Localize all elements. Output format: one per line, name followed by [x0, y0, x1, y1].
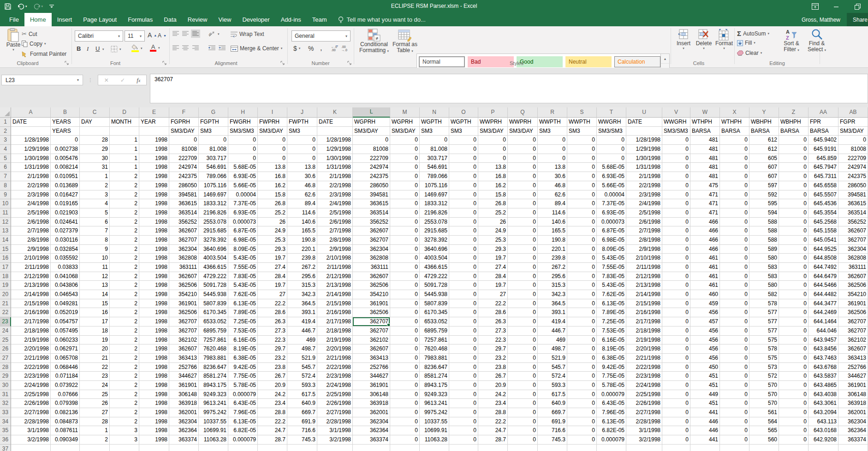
row-header-15[interactable]: 15: [0, 245, 11, 254]
cell-I36[interactable]: 28.7: [258, 435, 287, 445]
cell-F11[interactable]: 363514: [169, 208, 199, 218]
cell-X14[interactable]: 0: [720, 236, 749, 245]
cell-K6[interactable]: 1/31/1998: [317, 163, 353, 172]
cell-I37[interactable]: [258, 445, 287, 451]
cell-N16[interactable]: 4003.504: [420, 254, 449, 263]
cell-L5[interactable]: 222709: [353, 154, 390, 163]
cell-J1[interactable]: FWPTH: [287, 118, 317, 127]
cell-I20[interactable]: 27: [258, 290, 287, 299]
cell-B13[interactable]: 0.027379: [51, 226, 80, 236]
row-header-33[interactable]: 33: [0, 408, 11, 417]
cell-Z11[interactable]: 0: [779, 208, 809, 218]
cell-F27[interactable]: 363413: [169, 354, 199, 363]
row-header-4[interactable]: 4: [0, 145, 11, 154]
cell-D17[interactable]: 2: [110, 263, 139, 272]
align-center-button[interactable]: [182, 45, 189, 51]
cell-A6[interactable]: 1/31/1998: [11, 163, 51, 172]
column-header-AB[interactable]: AB: [838, 107, 868, 118]
cell-I8[interactable]: 16.2: [258, 181, 287, 190]
column-header-U[interactable]: U: [626, 107, 662, 118]
cell-U11[interactable]: 2/5/1998: [626, 208, 662, 218]
cell-U35[interactable]: 3/1/1998: [626, 426, 662, 435]
cell-O14[interactable]: 0: [449, 236, 478, 245]
cell-K22[interactable]: 2/16/1998: [317, 308, 353, 317]
cell-Q8[interactable]: 0: [508, 181, 538, 190]
cell-F6[interactable]: 242974: [169, 163, 199, 172]
cell-C24[interactable]: 18: [80, 326, 110, 336]
cell-L26[interactable]: 362607: [353, 344, 390, 354]
tell-me-box[interactable]: Tell me what you want to do...: [333, 13, 431, 26]
cell-style-calculation[interactable]: Calculation: [614, 56, 660, 67]
cell-J5[interactable]: 0: [287, 154, 317, 163]
row-header-2[interactable]: 2: [0, 127, 11, 136]
cell-L25[interactable]: 362102: [353, 336, 390, 345]
cell-M5[interactable]: 0: [390, 154, 420, 163]
cell-AA10[interactable]: 645.4536: [809, 199, 838, 208]
cell-O3[interactable]: 0: [449, 136, 478, 145]
cell-S5[interactable]: 0: [567, 154, 597, 163]
cell-G31[interactable]: 9249.323: [199, 390, 228, 399]
cell-Y24[interactable]: 577: [749, 326, 779, 336]
number-format-combo[interactable]: General▾: [291, 30, 351, 42]
cell-C16[interactable]: 10: [80, 254, 110, 263]
cell-Q23[interactable]: 0: [508, 317, 538, 326]
cell-X22[interactable]: 0: [720, 308, 749, 317]
cell-A17[interactable]: 2/11/1998: [11, 263, 51, 272]
cell-W6[interactable]: 481: [690, 163, 720, 172]
cell-K17[interactable]: 2/11/1998: [317, 263, 353, 272]
row-header-35[interactable]: 35: [0, 426, 11, 435]
cell-Q12[interactable]: 0: [508, 218, 538, 227]
cell-W14[interactable]: 466: [690, 236, 720, 245]
cell-S23[interactable]: 0: [567, 317, 597, 326]
restore-button[interactable]: [847, 0, 868, 13]
cell-A18[interactable]: 2/12/1998: [11, 272, 51, 281]
cell-Q9[interactable]: 0: [508, 190, 538, 200]
cell-L24[interactable]: 362707: [353, 326, 390, 336]
cell-K11[interactable]: 2/5/1998: [317, 208, 353, 218]
cell-AB19[interactable]: 362506: [838, 281, 868, 290]
cell-W17[interactable]: 461: [690, 263, 720, 272]
cell-R24[interactable]: 446.7: [538, 326, 567, 336]
cut-button[interactable]: ✂ Cut: [22, 30, 37, 37]
cell-H26[interactable]: 8.19E-05: [228, 344, 258, 354]
cell-A26[interactable]: 2/20/1998: [11, 344, 51, 354]
cell-U34[interactable]: 2/28/1998: [626, 417, 662, 427]
cell-H29[interactable]: 7.75E-05: [228, 372, 258, 381]
row-header-16[interactable]: 16: [0, 254, 11, 263]
cell-N32[interactable]: 9613.241: [420, 399, 449, 408]
cell-K2[interactable]: [317, 127, 353, 136]
cell-J18[interactable]: 295.6: [287, 272, 317, 281]
cell-H35[interactable]: 6.82E-05: [228, 426, 258, 435]
cell-AA16[interactable]: 644.8508: [809, 254, 838, 263]
cell-AA1[interactable]: FPR: [809, 118, 838, 127]
cell-AA32[interactable]: 643.3061: [809, 399, 838, 408]
cell-AB10[interactable]: 363615: [838, 199, 868, 208]
cell-I22[interactable]: 28.6: [258, 308, 287, 317]
cell-AB24[interactable]: 362707: [838, 326, 868, 336]
cell-J26[interactable]: 498.7: [287, 344, 317, 354]
cell-X37[interactable]: [720, 445, 749, 451]
cell-V6[interactable]: 0: [662, 163, 690, 172]
cell-Q19[interactable]: 0: [508, 281, 538, 290]
cell-B22[interactable]: 0.052019: [51, 308, 80, 317]
column-header-I[interactable]: I: [258, 107, 287, 118]
cell-J21[interactable]: 364.5: [287, 299, 317, 309]
cell-G14[interactable]: 3278.392: [199, 236, 228, 245]
cell-R25[interactable]: 469: [538, 336, 567, 345]
tab-home[interactable]: Home: [24, 13, 52, 26]
cell-Y6[interactable]: 607: [749, 163, 779, 172]
cell-P15[interactable]: 29.3: [478, 245, 508, 254]
cell-M3[interactable]: 0: [390, 136, 420, 145]
top-align-button[interactable]: [172, 31, 179, 36]
cell-H6[interactable]: 5.68E-05: [228, 163, 258, 172]
cell-R35[interactable]: 716.6: [538, 426, 567, 435]
cell-D7[interactable]: 2: [110, 172, 139, 181]
cell-T6[interactable]: 5.68E-05: [597, 163, 626, 172]
cell-U6[interactable]: 1/31/1998: [626, 163, 662, 172]
cell-M12[interactable]: 0: [390, 218, 420, 227]
cell-K29[interactable]: 2/23/1998: [317, 372, 353, 381]
cell-N13[interactable]: 2915.685: [420, 226, 449, 236]
cell-O2[interactable]: SM3: [449, 127, 478, 136]
cell-B17[interactable]: 0.03833: [51, 263, 80, 272]
cell-Q28[interactable]: 0: [508, 363, 538, 372]
